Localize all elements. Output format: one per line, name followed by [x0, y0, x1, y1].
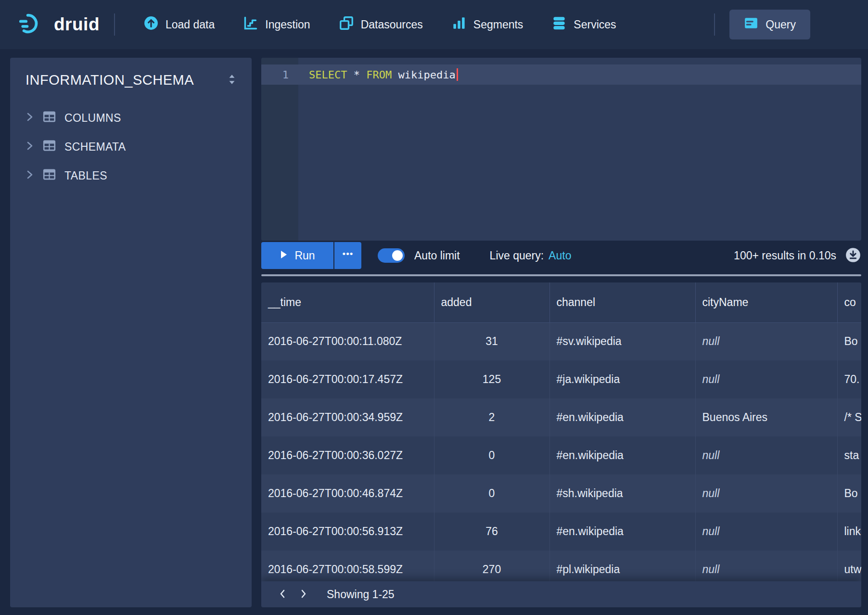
chevron-left-icon: [278, 589, 287, 601]
table-row: 2016-06-27T00:00:46.874Z 0 #sh.wikipedia…: [261, 474, 861, 512]
top-navbar: druid Load data: [0, 0, 868, 49]
nav-item-datasources[interactable]: Datasources: [325, 10, 437, 39]
cell-added[interactable]: 125: [434, 360, 549, 398]
nav-item-label: Query: [766, 18, 796, 31]
table-row: 2016-06-27T00:00:36.027Z 0 #en.wikipedia…: [261, 436, 861, 474]
column-header-channel[interactable]: channel: [549, 282, 695, 322]
nav-item-label: Datasources: [361, 18, 423, 31]
cell-time[interactable]: 2016-06-27T00:00:36.027Z: [261, 436, 434, 474]
cell-comment[interactable]: Bo: [837, 322, 861, 360]
table-grid-icon: [43, 140, 56, 154]
load-data-icon: [144, 16, 158, 33]
druid-logo-icon: [19, 13, 46, 37]
cell-time[interactable]: 2016-06-27T00:00:17.457Z: [261, 360, 434, 398]
run-button-label: Run: [294, 249, 315, 262]
schema-title: INFORMATION_SCHEMA: [26, 72, 194, 88]
nav-item-label: Ingestion: [265, 18, 310, 31]
run-more-button[interactable]: •••: [334, 242, 361, 269]
nav-item-label: Segments: [473, 18, 523, 31]
cell-channel[interactable]: #en.wikipedia: [549, 436, 695, 474]
cell-cityname[interactable]: null: [695, 360, 837, 398]
table-row: 2016-06-27T00:00:17.457Z 125 #ja.wikiped…: [261, 360, 861, 398]
cell-channel[interactable]: #en.wikipedia: [549, 512, 695, 551]
column-header-time[interactable]: __time: [261, 282, 434, 322]
pagination-bar: Showing 1-25: [261, 581, 861, 607]
cell-time[interactable]: 2016-06-27T00:00:46.874Z: [261, 474, 434, 512]
live-query-label: Live query:: [490, 249, 544, 262]
double-caret-icon[interactable]: [227, 74, 237, 87]
cell-added[interactable]: 76: [434, 512, 549, 551]
text-cursor: [457, 68, 458, 81]
sql-code: SELECT * FROM wikipedia: [309, 68, 458, 81]
schema-sidebar: INFORMATION_SCHEMA: [10, 58, 252, 607]
schema-tree: COLUMNS SCHEMATA: [10, 100, 252, 190]
next-page-button[interactable]: [293, 584, 314, 605]
run-button[interactable]: Run: [261, 242, 333, 269]
editor-active-line: 1 SELECT * FROM wikipedia: [261, 64, 861, 85]
cell-channel[interactable]: #ja.wikipedia: [549, 360, 695, 398]
download-button[interactable]: [845, 247, 861, 264]
cell-cityname[interactable]: Buenos Aires: [695, 398, 837, 436]
column-header-cityname[interactable]: cityName: [695, 282, 837, 322]
query-icon: [744, 16, 758, 33]
navbar-divider-2: [714, 13, 715, 36]
column-header-comment[interactable]: co: [837, 282, 861, 322]
cell-added[interactable]: 2: [434, 398, 549, 436]
cell-cityname[interactable]: null: [695, 512, 837, 551]
prev-page-button[interactable]: [272, 584, 293, 605]
cell-added[interactable]: 0: [434, 474, 549, 512]
table-row: 2016-06-27T00:00:56.913Z 76 #en.wikipedi…: [261, 512, 861, 551]
cell-comment[interactable]: /* S: [837, 398, 861, 436]
run-toolbar: Run ••• Auto limit Live query: Auto 100+…: [261, 242, 861, 269]
download-icon: [845, 247, 861, 264]
sql-keyword: FROM: [366, 69, 392, 81]
cell-comment[interactable]: sta: [837, 436, 861, 474]
table-header-row: __time added channel cityName co: [261, 282, 861, 322]
cell-channel[interactable]: #en.wikipedia: [549, 398, 695, 436]
column-header-added[interactable]: added: [434, 282, 549, 322]
sql-editor[interactable]: 1 SELECT * FROM wikipedia: [261, 58, 861, 241]
results-info: 100+ results in 0.10s: [734, 249, 836, 262]
cell-channel[interactable]: #sv.wikipedia: [549, 322, 695, 360]
brand[interactable]: druid: [19, 13, 100, 37]
live-query-value[interactable]: Auto: [549, 249, 571, 262]
chevron-right-icon: [26, 141, 34, 154]
tree-item-columns[interactable]: COLUMNS: [10, 103, 252, 132]
auto-limit-toggle[interactable]: [378, 248, 405, 263]
results-divider: [261, 274, 861, 276]
tree-item-tables[interactable]: TABLES: [10, 161, 252, 190]
cell-cityname[interactable]: null: [695, 322, 837, 360]
nav-item-ingestion[interactable]: Ingestion: [229, 10, 324, 39]
navbar-divider: [114, 13, 115, 36]
cell-cityname[interactable]: null: [695, 474, 837, 512]
toggle-knob: [392, 250, 403, 261]
services-icon: [552, 16, 566, 33]
cell-comment[interactable]: Bo: [837, 474, 861, 512]
cell-comment[interactable]: link: [837, 512, 861, 551]
nav-item-segments[interactable]: Segments: [437, 10, 538, 39]
cell-added[interactable]: 31: [434, 322, 549, 360]
cell-added[interactable]: 0: [434, 436, 549, 474]
results-panel: __time added channel cityName co 2016-06…: [261, 282, 861, 607]
tree-item-schemata[interactable]: SCHEMATA: [10, 132, 252, 161]
sql-operator: *: [347, 69, 366, 81]
schema-sidebar-header: INFORMATION_SCHEMA: [10, 58, 252, 100]
brand-name: druid: [54, 14, 100, 35]
cell-time[interactable]: 2016-06-27T00:00:56.913Z: [261, 512, 434, 551]
auto-limit-label: Auto limit: [414, 249, 460, 262]
nav-item-query[interactable]: Query: [729, 10, 810, 39]
chevron-right-icon: [26, 169, 34, 182]
cell-time[interactable]: 2016-06-27T00:00:34.959Z: [261, 398, 434, 436]
cell-time[interactable]: 2016-06-27T00:00:11.080Z: [261, 322, 434, 360]
pagination-label: Showing 1-25: [327, 588, 395, 601]
line-number: 1: [261, 69, 298, 81]
nav-item-services[interactable]: Services: [537, 10, 630, 39]
cell-comment[interactable]: 70.: [837, 360, 861, 398]
cell-cityname[interactable]: null: [695, 436, 837, 474]
cell-channel[interactable]: #sh.wikipedia: [549, 474, 695, 512]
table-grid-icon: [43, 111, 56, 126]
nav-item-load-data[interactable]: Load data: [129, 10, 229, 39]
chevron-right-icon: [299, 589, 308, 601]
tree-item-label: COLUMNS: [64, 112, 121, 125]
tree-item-label: TABLES: [64, 169, 107, 182]
